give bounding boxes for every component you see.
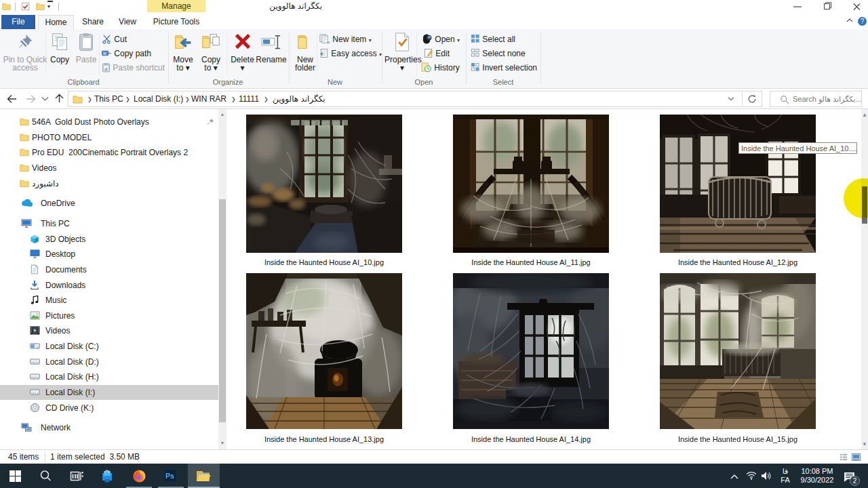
svg-text:w: w: [102, 51, 106, 56]
svg-text:Ps: Ps: [165, 472, 174, 480]
